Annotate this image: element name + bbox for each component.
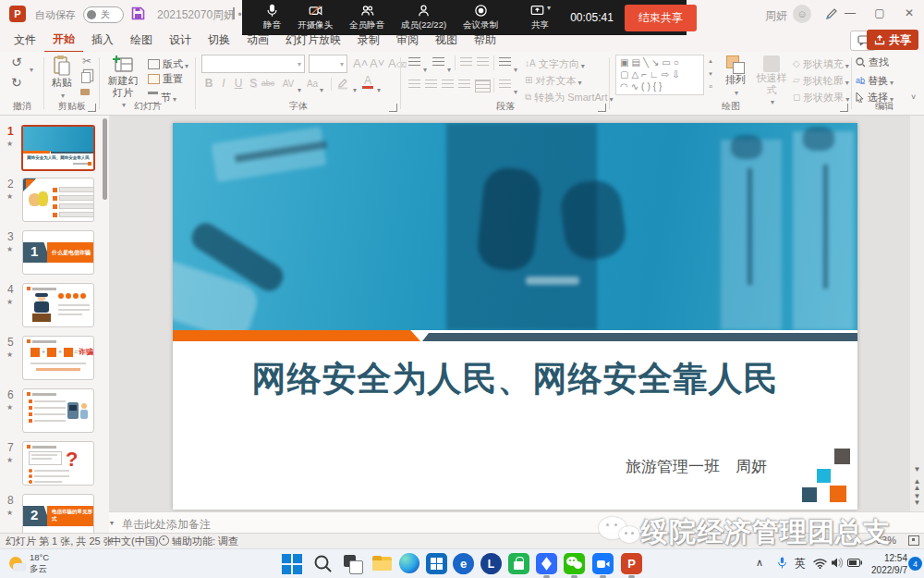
- shape-outline-button[interactable]: ▱ 形状轮廓: [793, 72, 849, 89]
- redo-button[interactable]: ↻: [11, 76, 22, 89]
- fit-slide-to-window-icon[interactable]: [908, 535, 919, 546]
- underline-button[interactable]: U: [231, 76, 246, 91]
- microsoft-store-button[interactable]: [426, 553, 447, 574]
- paste-button[interactable]: 粘贴: [48, 55, 76, 100]
- edge-browser-button[interactable]: [399, 553, 420, 574]
- character-spacing-button[interactable]: AV: [281, 76, 296, 91]
- share-menu-button[interactable]: ▾ 共享: [529, 4, 551, 31]
- file-explorer-button[interactable]: [371, 553, 393, 574]
- docs-app-button[interactable]: [536, 553, 557, 574]
- tray-expand-chevron-icon[interactable]: ∧: [756, 557, 763, 569]
- battery-icon[interactable]: [847, 559, 862, 567]
- scroll-down-arrow-icon[interactable]: ▼: [912, 466, 922, 473]
- task-view-button[interactable]: [342, 553, 363, 574]
- shape-gallery-scroll[interactable]: ▴▾≡: [706, 55, 715, 93]
- wechat-button[interactable]: [564, 553, 585, 574]
- numbering-button[interactable]: [432, 57, 444, 67]
- align-right-button[interactable]: [442, 80, 454, 89]
- e-app-button[interactable]: e: [453, 553, 474, 574]
- search-button[interactable]: [312, 553, 334, 574]
- arrange-button[interactable]: 排列: [721, 55, 750, 97]
- drawing-dialog-launcher[interactable]: [840, 104, 848, 112]
- cut-icon[interactable]: ✂: [79, 54, 94, 68]
- text-shadow-button[interactable]: S: [246, 76, 261, 91]
- justify-button[interactable]: [458, 80, 470, 89]
- slide-title[interactable]: 网络安全为人民、网络安全靠人民: [173, 356, 857, 402]
- notes-placeholder[interactable]: 单击此处添加备注: [122, 517, 211, 533]
- zoom-level[interactable]: 63%: [876, 535, 896, 546]
- maximize-button[interactable]: ▢: [865, 0, 894, 26]
- language-status[interactable]: 中文(中国): [111, 535, 158, 548]
- avatar[interactable]: ☺: [793, 5, 811, 23]
- slide-subtitle[interactable]: 旅游管理一班 周妍: [626, 456, 767, 477]
- tab-design[interactable]: 设计: [161, 29, 200, 52]
- weather-widget[interactable]: 18°C 多云: [9, 552, 49, 574]
- distribute-button[interactable]: [475, 80, 491, 92]
- wifi-icon[interactable]: [813, 558, 827, 569]
- format-painter-icon[interactable]: [80, 89, 90, 95]
- accessibility-status[interactable]: 辅助功能: 调查: [172, 535, 238, 548]
- decrease-indent-button[interactable]: [460, 57, 472, 67]
- notification-badge[interactable]: 4: [908, 557, 922, 571]
- replace-button[interactable]: ab̲ 替换: [856, 72, 894, 89]
- align-center-button[interactable]: [425, 80, 437, 89]
- start-button[interactable]: [281, 553, 302, 574]
- slide-thumbnail-6[interactable]: [22, 388, 94, 433]
- app-store-button[interactable]: [508, 553, 529, 574]
- shrink-font-button[interactable]: A˅: [370, 57, 384, 69]
- powerpoint-taskbar-button[interactable]: P: [621, 553, 642, 574]
- notes-pane[interactable]: [109, 511, 924, 534]
- lenovo-app-button[interactable]: L: [480, 553, 502, 574]
- copy-icon[interactable]: [81, 72, 91, 83]
- tab-draw[interactable]: 绘图: [122, 29, 161, 52]
- close-button[interactable]: ✕: [894, 0, 924, 26]
- slide-thumbnail-1[interactable]: 网络安全为人民、网络安全靠人民: [21, 125, 95, 171]
- autosave-toggle[interactable]: 关: [83, 6, 124, 23]
- thumbnail-scrollbar[interactable]: [103, 118, 107, 200]
- italic-button[interactable]: I: [216, 76, 231, 91]
- tab-transitions[interactable]: 切换: [200, 29, 238, 52]
- end-share-button[interactable]: 结束共享: [625, 5, 697, 31]
- previous-slide-button[interactable]: ▲▲: [912, 478, 922, 491]
- strikethrough-button[interactable]: abc: [261, 76, 275, 91]
- undo-button[interactable]: ↺: [11, 55, 22, 68]
- bold-button[interactable]: B: [201, 76, 216, 91]
- members-button[interactable]: 成员(22/22): [401, 4, 446, 31]
- columns-button[interactable]: [499, 80, 511, 89]
- tray-microphone-icon[interactable]: [776, 556, 788, 570]
- slide-thumbnail-2[interactable]: [22, 178, 94, 222]
- camera-button[interactable]: 开摄像头: [298, 4, 333, 31]
- paste-dropdown[interactable]: [59, 89, 65, 101]
- record-button[interactable]: 会议录制: [463, 4, 498, 31]
- slide-thumbnail-7[interactable]: ?: [22, 441, 94, 486]
- increase-indent-button[interactable]: [477, 57, 489, 67]
- collapse-ribbon-chevron-icon[interactable]: ˅: [911, 92, 916, 102]
- volume-icon[interactable]: [831, 557, 844, 569]
- change-case-dropdown[interactable]: [318, 80, 323, 96]
- tab-insert[interactable]: 插入: [83, 29, 122, 52]
- line-spacing-button[interactable]: [499, 57, 511, 67]
- input-method-indicator[interactable]: 英: [795, 556, 806, 572]
- tab-file[interactable]: 文件: [6, 29, 44, 52]
- current-slide[interactable]: 网络安全为人民、网络安全靠人民 旅游管理一班 周妍: [173, 123, 857, 510]
- mute-button[interactable]: 静音: [263, 4, 281, 31]
- next-slide-button[interactable]: ▼▼: [912, 493, 922, 506]
- ribbon-share-button[interactable]: 共享: [867, 30, 918, 50]
- save-icon[interactable]: [131, 6, 145, 20]
- highlight-color-button[interactable]: [336, 77, 349, 93]
- shape-fill-button[interactable]: ◇ 形状填充: [793, 55, 849, 72]
- character-spacing-dropdown[interactable]: [296, 80, 301, 96]
- align-text-button[interactable]: ⊞ 对齐文本: [525, 72, 581, 89]
- text-direction-button[interactable]: ↕A 文字方向: [525, 55, 585, 72]
- account-name[interactable]: 周妍: [765, 8, 787, 24]
- tab-home[interactable]: 开始: [44, 28, 83, 53]
- slide-thumbnail-8[interactable]: 2 电信诈骗的常见形式: [22, 494, 94, 533]
- font-dialog-launcher[interactable]: [389, 104, 397, 112]
- slide-thumbnail-3[interactable]: 1 什么是电信诈骗: [22, 230, 94, 275]
- slide-thumbnail-5[interactable]: + + = 诈骗: [22, 336, 94, 380]
- grow-font-button[interactable]: A˄: [353, 57, 368, 69]
- font-size-select[interactable]: [309, 55, 347, 73]
- clipboard-dialog-launcher[interactable]: [88, 104, 96, 112]
- mute-all-button[interactable]: 全员静音: [349, 4, 384, 31]
- layout-button[interactable]: 版式: [148, 55, 188, 72]
